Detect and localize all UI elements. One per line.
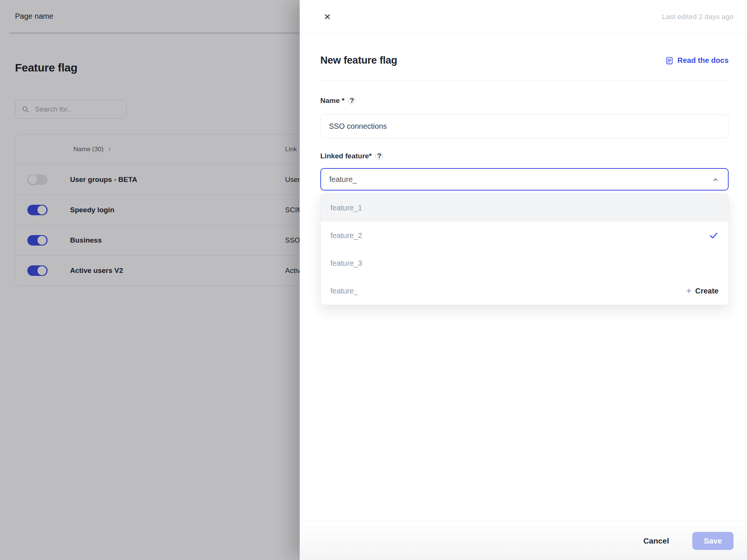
linked-feature-combobox[interactable] <box>320 168 729 191</box>
close-button[interactable]: ✕ <box>321 10 334 24</box>
dropdown-option[interactable]: feature_1 <box>321 194 728 222</box>
plus-icon: + <box>686 286 692 295</box>
close-icon: ✕ <box>324 12 331 22</box>
create-option-button[interactable]: + Create <box>686 286 719 295</box>
name-field-label: Name * ? <box>320 97 356 105</box>
cancel-button[interactable]: Cancel <box>641 536 671 546</box>
linked-feature-field-label: Linked feature* ? <box>320 152 383 160</box>
check-icon <box>709 231 719 240</box>
dropdown-option[interactable]: feature_ + Create <box>321 277 728 305</box>
document-icon <box>665 57 674 65</box>
last-edited-text: Last edited 2 days ago <box>662 0 734 34</box>
name-input[interactable] <box>320 114 729 138</box>
help-icon[interactable]: ? <box>375 152 383 160</box>
linked-feature-dropdown: feature_1 feature_2 feature_3 feature_ +… <box>320 194 729 305</box>
modal-topbar: ✕ Last edited 2 days ago <box>300 0 747 34</box>
new-feature-flag-modal: ✕ Last edited 2 days ago New feature fla… <box>300 0 747 560</box>
dropdown-option[interactable]: feature_2 <box>321 222 728 249</box>
linked-feature-input[interactable] <box>321 169 728 190</box>
dropdown-option[interactable]: feature_3 <box>321 249 728 277</box>
help-icon[interactable]: ? <box>348 97 356 104</box>
modal-footer: Cancel Save <box>300 521 747 560</box>
read-docs-link[interactable]: Read the docs <box>665 56 729 65</box>
modal-title: New feature flag <box>320 55 397 66</box>
save-button[interactable]: Save <box>692 532 734 550</box>
chevron-up-icon <box>711 176 720 184</box>
section-divider <box>320 80 729 81</box>
